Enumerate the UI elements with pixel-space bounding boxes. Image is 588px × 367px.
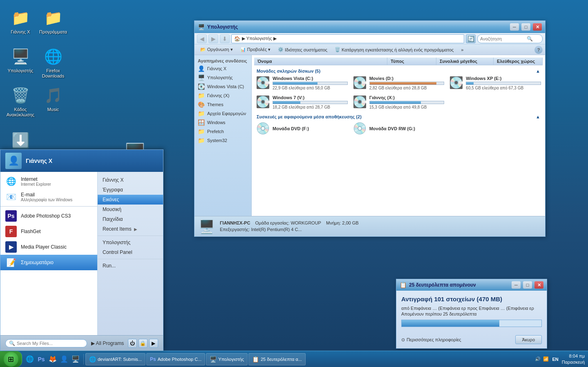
dvd-item-f[interactable]: 💿 Μονάδα DVD (F:) xyxy=(254,120,349,137)
back-button[interactable]: ◀ xyxy=(197,34,207,43)
disk-item-movies-d[interactable]: 💽 Movies (D:) 2,82 GB ελεύθερα από 28,8 … xyxy=(351,74,446,92)
search-input[interactable] xyxy=(17,341,74,346)
sm-item-email[interactable]: 📧 E-mail Αλληλογραφία των Windows xyxy=(0,189,97,205)
more-menu[interactable]: » xyxy=(458,47,467,53)
language-indicator[interactable]: EN xyxy=(552,357,558,362)
search-box-fe[interactable]: 🔍 xyxy=(477,34,543,43)
ql-ie-icon[interactable]: 🌐 xyxy=(25,354,35,365)
sidebar-item-prefetch[interactable]: 📁 Prefetch xyxy=(195,127,251,136)
desktop-icon-user-folder[interactable]: 📁 Γιάννης Χ xyxy=(4,8,37,35)
sm-right-pictures[interactable]: Εικόνες xyxy=(98,195,163,205)
sm-item-notepad[interactable]: 📝 Σημειωματάριο xyxy=(0,255,97,270)
cancel-button-copy[interactable]: Άκυρο xyxy=(515,335,542,344)
ql-ps-icon[interactable]: Ps xyxy=(36,354,47,365)
desktop-icon-music[interactable]: 🎵 Music xyxy=(37,86,69,112)
sm-item-photoshop[interactable]: Ps Adobe Photoshop CS3 xyxy=(0,208,97,224)
sm-divider-right-1 xyxy=(98,236,163,236)
desktop-icon-recycle[interactable]: 🗑️ ΚάδοςΑνακύκλωσης xyxy=(4,86,37,118)
ql-firefox-icon[interactable]: 🦊 xyxy=(47,354,58,365)
views-icon: 📊 xyxy=(240,47,246,52)
volume-icon[interactable]: 🔊 xyxy=(535,356,541,362)
taskbar-item-deviantart[interactable]: 🌐 deviantART: Submis... xyxy=(85,353,145,365)
start-menu-footer: 🔍 ▶ All Programs ⏻ 🔒 ▶ xyxy=(0,335,163,351)
dvd-item-g[interactable]: 💿 Μονάδα DVD RW (G:) xyxy=(351,120,446,137)
power-button[interactable]: ⏻ xyxy=(128,339,137,348)
sm-right-run[interactable]: Run... xyxy=(98,261,163,271)
copy-minimize-button[interactable]: ─ xyxy=(512,281,521,289)
copy-maximize-button[interactable]: □ xyxy=(523,281,532,289)
disk-grid: 💽 Windows Vista (C:) 22,9 GB ελεύθερα απ… xyxy=(254,74,543,111)
sm-right-user[interactable]: Γιάννης Χ xyxy=(98,175,163,185)
prefetch-icon: 📁 xyxy=(198,128,205,135)
sidebar-item-system32[interactable]: 📁 System32 xyxy=(195,136,251,145)
user-x-icon: 📁 xyxy=(198,92,205,99)
sidebar-item-themes[interactable]: 🎨 Themes xyxy=(195,100,251,109)
disk-bar-bg-4 xyxy=(369,101,445,104)
taskbar-item-photoshop[interactable]: Ps Adobe Photoshop C... xyxy=(146,353,205,365)
system-properties-btn[interactable]: ⚙️ Ιδιότητες συστήματος xyxy=(275,46,331,53)
sidebar-item-windows[interactable]: 🪟 Windows xyxy=(195,118,251,127)
disk-item-xp-e[interactable]: 💽 Windows XP (E:) 60,5 GB ελεύθερα από 6… xyxy=(447,74,543,92)
sidebar-item-computer[interactable]: 🖥️ Υπολογιστής xyxy=(195,73,251,82)
close-button[interactable]: ✕ xyxy=(533,23,542,31)
start-button[interactable]: ⊞ xyxy=(0,351,22,367)
col-total[interactable]: Συνολικό μέγεθος xyxy=(436,58,494,65)
desktop-icon-firefox[interactable]: 🌐 FirefoxDownloads xyxy=(37,47,69,79)
sidebar-item-vista-c[interactable]: 💽 Windows Vista (C) xyxy=(195,82,251,91)
sm-right-computer[interactable]: Υπολογιστής xyxy=(98,238,163,247)
desktop-icon-computer[interactable]: 🖥️ Υπολογιστής xyxy=(4,47,37,73)
address-bar[interactable]: 🏠 ▶ Υπολογιστής ▶ xyxy=(231,34,464,43)
desktop-icon-programs[interactable]: 📁 Προγράμματα xyxy=(37,8,69,35)
network-tray-icon[interactable]: 📶 xyxy=(543,356,549,362)
disk-item-vista-c[interactable]: 💽 Windows Vista (C:) 22,9 GB ελεύθερα απ… xyxy=(254,74,349,92)
sm-item-flashget[interactable]: F FlashGet xyxy=(0,224,97,239)
help-button[interactable]: ? xyxy=(534,46,543,54)
search-box[interactable]: 🔍 xyxy=(5,339,87,347)
uninstall-btn[interactable]: 🗑️ Κατάργηση εγκατάστασης ή αλλαγή ενός … xyxy=(331,46,457,53)
sm-right-control-panel[interactable]: Control Panel xyxy=(98,247,163,257)
removable-collapse-icon[interactable]: ▲ xyxy=(536,114,540,119)
lock-button[interactable]: 🔒 xyxy=(139,339,148,348)
switch-user-button[interactable]: ▶ xyxy=(149,339,158,348)
disk-bar-fill-4 xyxy=(370,101,421,104)
sm-right-recent[interactable]: Recent Items ▶ xyxy=(98,224,163,234)
sm-item-mediaplayer[interactable]: ▶ Media Player Classic xyxy=(0,239,97,255)
disk-item-giannhs-x[interactable]: 💽 Γιάννης (Χ:) 15,3 GB ελεύθερα από 49,8… xyxy=(351,93,446,111)
more-info-btn[interactable]: ⊙ Περισσότερες πληροφορίες xyxy=(401,337,461,343)
minimize-button[interactable]: ─ xyxy=(510,23,519,31)
forward-button[interactable]: ▶ xyxy=(208,34,218,43)
sidebar-item-user[interactable]: 👤 Γιάννης Χ xyxy=(195,64,251,73)
organize-menu[interactable]: 📂 Οργάνωση ▾ xyxy=(197,46,236,53)
column-headers: Όνομα Τύπος Συνολικό μέγεθος Ελεύθερος χ… xyxy=(254,58,543,65)
taskbar-item-computer[interactable]: 🖥️ Υπολογιστής xyxy=(206,353,248,365)
section-collapse-icon[interactable]: ▲ xyxy=(536,69,540,73)
ql-show-desktop-icon[interactable]: 🖥️ xyxy=(70,354,81,365)
user-icon: 👤 xyxy=(198,65,205,72)
refresh-button[interactable]: 🔄 xyxy=(466,34,476,43)
disks-section-label: Μονάδες σκληρών δίσκων (5) ▲ xyxy=(254,67,543,74)
search-input-fe[interactable] xyxy=(480,36,525,41)
col-type[interactable]: Τύπος xyxy=(387,58,436,65)
views-menu[interactable]: 📊 Προβολές ▾ xyxy=(237,46,274,53)
sm-right-music[interactable]: Μουσική xyxy=(98,205,163,214)
sm-right-documents[interactable]: Έγγραφα xyxy=(98,185,163,195)
maximize-button[interactable]: □ xyxy=(521,23,530,31)
sm-right-games[interactable]: Παιχνίδια xyxy=(98,214,163,224)
copy-body: Αντιγραφή 101 στοιχείων (470 MB) από Επι… xyxy=(396,291,547,335)
taskbar-item-copy[interactable]: 📋 25 δευτερόλεπτα α... xyxy=(248,353,306,365)
up-button[interactable]: ⬇ xyxy=(220,34,230,43)
sidebar-item-appfiles[interactable]: 📁 Αρχεία Εφαρμογών xyxy=(195,109,251,118)
col-free[interactable]: Ελεύθερος χώρος xyxy=(494,58,543,65)
ql-user-icon[interactable]: 👤 xyxy=(59,354,69,365)
disk-xp-e-icon: 💽 xyxy=(449,76,463,89)
copy-close-button[interactable]: ✕ xyxy=(534,281,543,289)
dvd-f-icon: 💿 xyxy=(256,122,270,135)
all-programs-link[interactable]: ▶ All Programs xyxy=(91,340,124,346)
disk-item-win7-v[interactable]: 💽 Windows 7 (V:) 18,2 GB ελεύθερα από 28… xyxy=(254,93,349,111)
col-name[interactable]: Όνομα xyxy=(254,58,387,65)
sm-item-internet[interactable]: 🌐 Internet Internet Explorer xyxy=(0,173,97,189)
quick-launch: 🌐 Ps 🦊 👤 🖥️ xyxy=(22,354,84,365)
sidebar-item-user-x[interactable]: 📁 Γιάννης (Χ) xyxy=(195,91,251,100)
sm-divider-1 xyxy=(0,206,97,207)
copy-remaining: Απομένουν περίπου 25 δευτερόλεπτα xyxy=(401,311,542,316)
